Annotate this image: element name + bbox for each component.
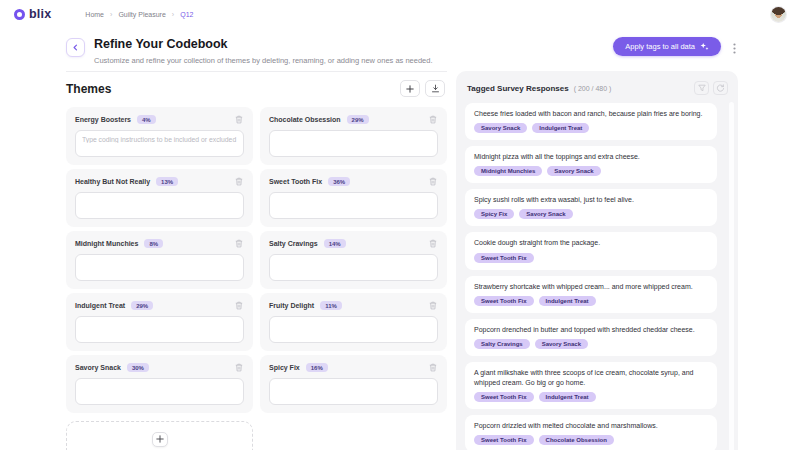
themes-section: Themes Energy Boosters 4% [66,71,447,450]
trash-icon [235,298,243,313]
response-card: Spicy sushi rolls with extra wasabi, jus… [465,189,717,226]
theme-instructions-input[interactable] [269,316,438,343]
themes-header: Themes [66,71,447,107]
refresh-responses-button[interactable] [713,81,728,95]
response-tags: Savory Snack Indulgent Treat [474,123,708,133]
more-options-button[interactable] [731,41,738,56]
filter-responses-button[interactable] [694,81,709,95]
responses-count: ( 200 / 480 ) [574,85,612,92]
delete-theme-button[interactable] [234,176,244,187]
add-new-theme-card[interactable]: Add a New Theme [66,421,253,450]
breadcrumb: Home › Guilty Pleasure › Q12 [85,11,193,18]
responses-panel-header: Tagged Survey Responses ( 200 / 480 ) [467,81,728,95]
theme-name: Spicy Fix [269,364,300,371]
theme-instructions-input[interactable] [269,192,438,219]
response-tag: Midnight Munchies [474,166,542,176]
trash-icon [235,360,243,375]
apply-tags-label: Apply tags to all data [625,42,695,51]
trash-icon [235,174,243,189]
trash-icon [235,236,243,251]
response-tags: Sweet Tooth Fix Chocolate Obsession [474,435,708,445]
delete-theme-button[interactable] [234,114,244,125]
theme-instructions-input[interactable] [75,316,244,343]
export-themes-button[interactable] [425,80,445,97]
theme-instructions-input[interactable] [269,254,438,281]
theme-instructions-input[interactable] [75,254,244,281]
response-text: Cheese fries loaded with bacon and ranch… [474,109,708,119]
response-text: Popcorn drenched in butter and topped wi… [474,325,708,335]
trash-icon [429,360,437,375]
theme-card: Energy Boosters 4% [66,107,253,165]
topbar: blix Home › Guilty Pleasure › Q12 [0,0,800,28]
delete-theme-button[interactable] [234,300,244,311]
responses-scrollbar[interactable] [729,102,734,450]
theme-instructions-input[interactable] [269,378,438,405]
page-subtitle: Customize and refine your collection of … [94,56,433,65]
delete-theme-button[interactable] [428,114,438,125]
theme-name: Energy Boosters [75,116,131,123]
response-card: Cheese fries loaded with bacon and ranch… [465,103,717,140]
breadcrumb-current[interactable]: Q12 [180,11,193,18]
theme-name: Fruity Delight [269,302,314,309]
response-tag: Savory Snack [474,123,527,133]
theme-percent-badge: 30% [127,363,149,372]
response-tag: Salty Cravings [474,339,530,349]
theme-card: Fruity Delight 11% [260,293,447,351]
delete-theme-button[interactable] [428,362,438,373]
refresh-icon [716,84,725,93]
response-card: Popcorn drenched in butter and topped wi… [465,319,717,356]
theme-percent-badge: 13% [156,177,178,186]
response-tag: Sweet Tooth Fix [474,296,534,306]
theme-name: Chocolate Obsession [269,116,341,123]
response-text: Popcorn drizzled with melted chocolate a… [474,421,708,431]
response-tag: Sweet Tooth Fix [474,253,534,263]
delete-theme-button[interactable] [234,362,244,373]
theme-name: Sweet Tooth Fix [269,178,322,185]
theme-card: Salty Cravings 14% [260,231,447,289]
main-content: Themes Energy Boosters 4% [66,71,738,450]
back-button[interactable] [66,38,85,57]
apply-tags-button[interactable]: Apply tags to all data [613,37,721,56]
theme-card: Spicy Fix 16% [260,355,447,413]
user-avatar[interactable] [771,7,786,22]
add-theme-toolbar-button[interactable] [400,80,420,97]
trash-icon [429,298,437,313]
response-card: Popcorn drizzled with melted chocolate a… [465,415,717,450]
trash-icon [429,174,437,189]
theme-card: Healthy But Not Really 13% [66,169,253,227]
themes-title: Themes [66,82,111,96]
theme-instructions-input[interactable] [269,130,438,157]
response-card: Midnight pizza with all the toppings and… [465,146,717,183]
response-text: Spicy sushi rolls with extra wasabi, jus… [474,195,708,205]
trash-icon [429,236,437,251]
tagged-responses-panel: Tagged Survey Responses ( 200 / 480 ) Ch… [456,71,738,450]
delete-theme-button[interactable] [234,238,244,249]
chevron-left-icon [72,44,79,51]
theme-instructions-input[interactable] [75,192,244,219]
response-tags: Sweet Tooth Fix Indulgent Treat [474,392,708,402]
theme-instructions-input[interactable] [75,130,244,157]
response-tag: Indulgent Treat [539,296,596,306]
theme-card: Sweet Tooth Fix 36% [260,169,447,227]
theme-name: Midnight Munchies [75,240,138,247]
app-logo[interactable]: blix [14,7,51,21]
theme-percent-badge: 8% [144,239,163,248]
breadcrumb-project[interactable]: Guilty Pleasure [118,11,165,18]
response-tags: Salty Cravings Savory Snack [474,339,708,349]
response-tags: Midnight Munchies Savory Snack [474,166,708,176]
response-card: Strawberry shortcake with whipped cream.… [465,276,717,313]
trash-icon [235,112,243,127]
breadcrumb-home[interactable]: Home [85,11,104,18]
delete-theme-button[interactable] [428,176,438,187]
response-tag: Sweet Tooth Fix [474,392,534,402]
response-text: Midnight pizza with all the toppings and… [474,152,708,162]
response-text: Cookie dough straight from the package. [474,238,708,248]
plus-icon [406,85,414,93]
theme-instructions-input[interactable] [75,378,244,405]
themes-grid: Energy Boosters 4% Chocolate Obsession 2… [66,107,447,413]
delete-theme-button[interactable] [428,300,438,311]
delete-theme-button[interactable] [428,238,438,249]
response-tag: Savory Snack [547,166,600,176]
breadcrumb-separator: › [172,11,174,18]
response-tags: Spicy Fix Savory Snack [474,209,708,219]
